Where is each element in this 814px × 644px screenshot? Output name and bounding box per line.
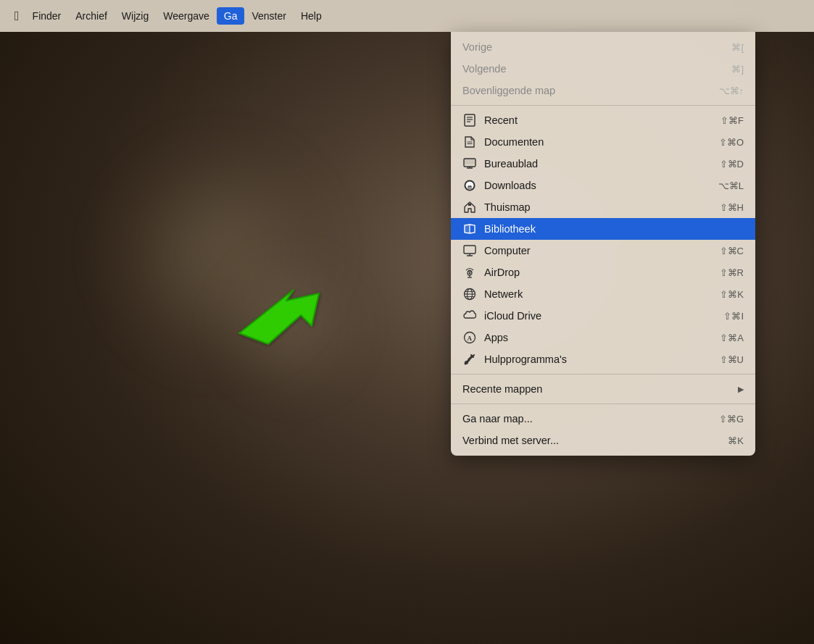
netwerk-icon xyxy=(462,287,477,301)
menu-item-bibliotheek[interactable]: Bibliotheek xyxy=(451,218,755,240)
menubar-archief[interactable]: Archief xyxy=(68,7,115,25)
menu-item-documenten[interactable]: Documenten ⇧⌘O xyxy=(451,131,755,153)
menu-item-vorige[interactable]: Vorige ⌘[ xyxy=(451,36,755,58)
svg-point-24 xyxy=(469,272,471,275)
hulp-icon xyxy=(462,352,477,367)
computer-icon xyxy=(462,243,477,258)
menu-item-recent[interactable]: Recent ⇧⌘F xyxy=(451,109,755,131)
ga-menu-dropdown: Vorige ⌘[ Volgende ⌘] Bovenliggende map … xyxy=(451,32,755,456)
bibliotheek-icon xyxy=(462,222,477,236)
apps-icon: A xyxy=(462,330,477,345)
menu-item-bovenliggende[interactable]: Bovenliggende map ⌥⌘↑ xyxy=(451,80,755,101)
menu-item-apps[interactable]: A Apps ⇧⌘A xyxy=(451,327,755,348)
apple-menu[interactable]:  xyxy=(9,6,25,27)
menu-item-volgende[interactable]: Volgende ⌘] xyxy=(451,58,755,80)
menu-item-computer[interactable]: Computer ⇧⌘C xyxy=(451,240,755,262)
separator-2 xyxy=(451,374,755,375)
menu-item-ga-naar[interactable]: Ga naar map... ⇧⌘G xyxy=(451,408,755,430)
svg-rect-14 xyxy=(469,183,471,186)
menu-item-thuismap[interactable]: Thuismap ⇧⌘H xyxy=(451,196,755,218)
menu-item-hulp[interactable]: Hulpprogramma's ⇧⌘U xyxy=(451,348,755,370)
menubar-wijzig[interactable]: Wijzig xyxy=(115,7,156,25)
separator-3 xyxy=(451,403,755,404)
airdrop-icon xyxy=(462,265,477,280)
documenten-icon xyxy=(462,135,477,149)
menu-item-verbind[interactable]: Verbind met server... ⌘K xyxy=(451,430,755,451)
menubar-ga[interactable]: Ga xyxy=(217,7,245,25)
svg-rect-8 xyxy=(464,159,475,164)
svg-rect-17 xyxy=(468,204,471,206)
menu-item-recente-mappen[interactable]: Recente mappen ▶ xyxy=(451,378,755,400)
svg-rect-19 xyxy=(465,225,470,233)
bureaublad-icon xyxy=(462,156,477,171)
menu-item-netwerk[interactable]: Netwerk ⇧⌘K xyxy=(451,283,755,305)
svg-marker-0 xyxy=(239,290,319,344)
menubar-help[interactable]: Help xyxy=(294,7,329,25)
recent-icon xyxy=(462,113,477,127)
downloads-icon xyxy=(462,178,477,193)
separator-1 xyxy=(451,105,755,106)
menu-item-airdrop[interactable]: AirDrop ⇧⌘R xyxy=(451,262,755,283)
svg-text:A: A xyxy=(468,335,473,342)
icloud-icon xyxy=(462,309,477,323)
menubar-weergave[interactable]: Weergave xyxy=(156,7,217,25)
menu-item-icloud[interactable]: iCloud Drive ⇧⌘I xyxy=(451,305,755,327)
menubar-finder[interactable]: Finder xyxy=(25,7,69,25)
menubar-venster[interactable]: Venster xyxy=(244,7,293,25)
menu-item-downloads[interactable]: Downloads ⌥⌘L xyxy=(451,175,755,196)
svg-rect-1 xyxy=(465,114,475,126)
menubar:  Finder Archief Wijzig Weergave Ga Vens… xyxy=(0,0,814,32)
menu-item-bureaublad[interactable]: Bureaublad ⇧⌘D xyxy=(451,153,755,175)
svg-rect-20 xyxy=(464,246,475,254)
thuismap-icon xyxy=(462,200,477,214)
